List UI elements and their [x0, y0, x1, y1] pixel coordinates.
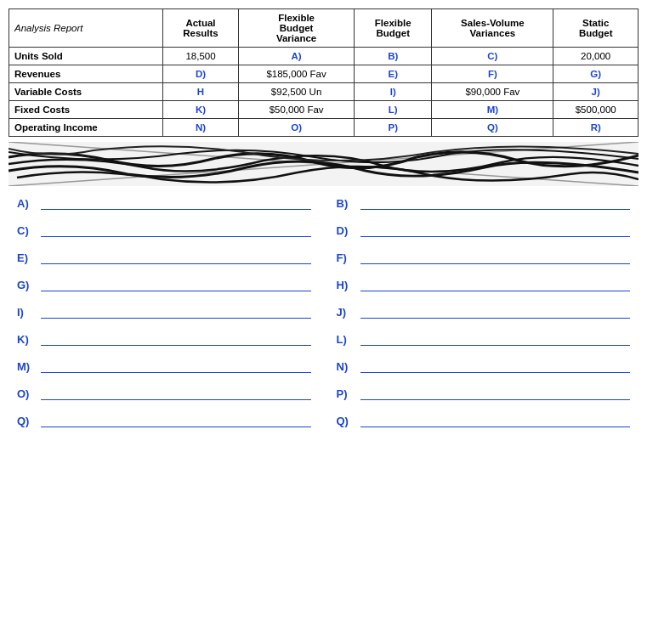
answer-row-Q-left: Q) [17, 412, 311, 427]
units-sold-flex-budget: B) [355, 48, 432, 65]
answer-line-Q-left[interactable] [41, 412, 311, 427]
variable-costs-sales-vol: $90,000 Fav [432, 83, 553, 101]
fixed-costs-label: Fixed Costs [9, 101, 163, 119]
answer-row-F: F) [337, 249, 631, 264]
answer-row-Q-right: Q) [337, 412, 631, 427]
answer-line-I[interactable] [41, 303, 311, 319]
operating-income-actual: N) [162, 119, 238, 137]
units-sold-label: Units Sold [9, 48, 163, 65]
answer-line-L[interactable] [360, 330, 631, 346]
answer-row-P: P) [337, 385, 631, 400]
flexible-budget-header: FlexibleBudget [355, 9, 432, 48]
operating-income-flex-budget: P) [355, 119, 432, 137]
answer-line-F[interactable] [360, 249, 631, 264]
fixed-costs-flex-var: $50,000 Fav [239, 101, 355, 119]
answer-label-N: N) [337, 360, 360, 373]
answer-line-M[interactable] [41, 358, 311, 373]
fixed-costs-row: Fixed Costs K) $50,000 Fav L) M) $500,00… [9, 101, 638, 119]
answer-line-A[interactable] [41, 195, 311, 210]
answer-line-K[interactable] [41, 330, 311, 346]
operating-income-static: R) [553, 119, 638, 137]
answer-label-G: G) [17, 279, 41, 291]
answer-label-B: B) [337, 197, 360, 210]
fixed-costs-actual: K) [162, 101, 238, 119]
operating-income-label: Operating Income [9, 119, 163, 137]
answer-line-N[interactable] [360, 358, 631, 373]
answer-row-A: A) [17, 195, 311, 210]
answer-row-E: E) [17, 249, 311, 264]
answer-label-E: E) [17, 251, 41, 264]
report-label-header: Analysis Report [9, 9, 163, 48]
operating-income-flex-var: O) [239, 119, 355, 137]
units-sold-row: Units Sold 18,500 A) B) C) 20,000 [9, 48, 638, 65]
answer-line-G[interactable] [41, 276, 311, 291]
answer-row-C: C) [17, 222, 311, 237]
answers-left-column: A) C) E) G) I) K) M) O) [17, 195, 311, 439]
answer-line-P[interactable] [360, 385, 631, 400]
revenues-label: Revenues [9, 65, 163, 83]
answer-line-H[interactable] [360, 276, 631, 291]
revenues-actual: D) [162, 65, 238, 83]
fixed-costs-sales-vol: M) [432, 101, 553, 119]
units-sold-sales-vol: C) [432, 48, 553, 65]
operating-income-sales-vol: Q) [432, 119, 553, 137]
answer-label-A: A) [17, 197, 41, 210]
static-budget-header: StaticBudget [553, 9, 638, 48]
answer-row-L: L) [337, 330, 631, 346]
answer-label-K: K) [17, 333, 41, 346]
answer-line-J[interactable] [360, 303, 631, 319]
answer-label-L: L) [337, 333, 360, 346]
variable-costs-label: Variable Costs [9, 83, 163, 101]
answer-label-Q-left: Q) [17, 415, 41, 427]
flex-budget-variance-header: FlexibleBudgetVariance [239, 9, 355, 48]
actual-results-header: ActualResults [162, 9, 238, 48]
answer-label-H: H) [337, 279, 360, 291]
units-sold-flex-var: A) [239, 48, 355, 65]
fixed-costs-static: $500,000 [553, 101, 638, 119]
answer-row-H: H) [337, 276, 631, 291]
answer-line-O[interactable] [41, 385, 311, 400]
answer-line-D[interactable] [360, 222, 631, 237]
answer-row-O: O) [17, 385, 311, 400]
answer-row-I: I) [17, 303, 311, 319]
answer-row-K: K) [17, 330, 311, 346]
answer-label-F: F) [337, 251, 360, 264]
units-sold-actual: 18,500 [162, 48, 238, 65]
answer-label-J: J) [337, 306, 360, 319]
answer-row-J: J) [337, 303, 631, 319]
answers-right-column: B) D) F) H) J) L) N) P) [337, 195, 631, 439]
answer-row-D: D) [337, 222, 631, 237]
variable-costs-flex-var: $92,500 Un [239, 83, 355, 101]
variable-costs-row: Variable Costs H $92,500 Un I) $90,000 F… [9, 83, 638, 101]
variable-costs-actual: H [162, 83, 238, 101]
units-sold-static: 20,000 [553, 48, 638, 65]
answer-row-B: B) [337, 195, 631, 210]
budget-analysis-table: Analysis Report ActualResults FlexibleBu… [9, 8, 638, 137]
operating-income-row: Operating Income N) O) P) Q) R) [9, 119, 638, 137]
answer-row-G: G) [17, 276, 311, 291]
fixed-costs-flex-budget: L) [355, 101, 432, 119]
answer-label-Q-right: Q) [337, 415, 360, 427]
revenues-row: Revenues D) $185,000 Fav E) F) G) [9, 65, 638, 83]
answer-line-C[interactable] [41, 222, 311, 237]
scribble-overlay [9, 142, 638, 186]
answer-line-B[interactable] [360, 195, 631, 210]
answer-label-I: I) [17, 306, 41, 319]
variable-costs-flex-budget: I) [355, 83, 432, 101]
revenues-flex-budget: E) [355, 65, 432, 83]
answer-line-E[interactable] [41, 249, 311, 264]
answer-row-M: M) [17, 358, 311, 373]
answer-label-C: C) [17, 224, 41, 237]
answer-label-M: M) [17, 360, 41, 373]
answer-label-D: D) [337, 224, 360, 237]
answers-section: A) C) E) G) I) K) M) O) [9, 195, 638, 439]
answer-line-Q-right[interactable] [360, 412, 631, 427]
answer-label-O: O) [17, 387, 41, 400]
sales-volume-variances-header: Sales-VolumeVariances [432, 9, 553, 48]
variable-costs-static: J) [553, 83, 638, 101]
answer-row-N: N) [337, 358, 631, 373]
revenues-static: G) [553, 65, 638, 83]
answer-label-P: P) [337, 387, 360, 400]
revenues-flex-var: $185,000 Fav [239, 65, 355, 83]
revenues-sales-vol: F) [432, 65, 553, 83]
